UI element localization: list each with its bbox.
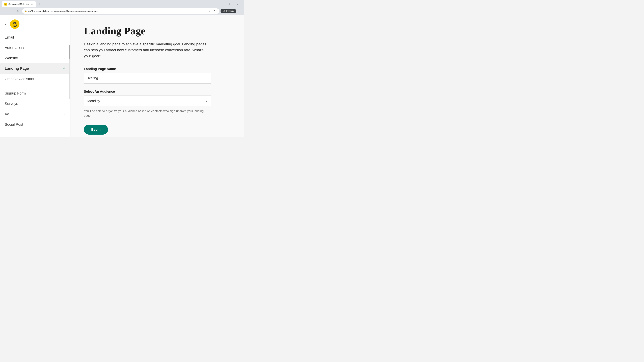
svg-point-8 — [14, 23, 14, 24]
sidebar-header: ‹ — [0, 17, 70, 32]
sidebar-item-social-post-label: Social Post — [5, 122, 23, 127]
tab-title: Campaigns | Mailchimp — [8, 3, 29, 5]
sidebar-scrollbar-thumb — [69, 45, 70, 59]
tab-close-button[interactable]: ✕ — [31, 3, 33, 5]
audience-label: Select An Audience — [84, 90, 211, 93]
audience-select[interactable]: Moodjoy — [84, 95, 211, 106]
incognito-label: Incognito — [226, 10, 234, 12]
active-tab[interactable]: M Campaigns | Mailchimp ✕ — [2, 1, 36, 7]
sidebar-back-button[interactable]: ‹ — [3, 22, 8, 26]
page-description: Design a landing page to achieve a speci… — [84, 41, 211, 59]
svg-point-10 — [14, 22, 16, 23]
sidebar-item-landing-page-label: Landing Page — [5, 66, 29, 71]
split-screen-icon[interactable]: ⊡ — [212, 9, 217, 13]
svg-text:M: M — [5, 3, 6, 5]
chevron-down-icon-ad: ⌄ — [63, 112, 66, 116]
chevron-down-icon-website: ⌄ — [63, 56, 66, 60]
incognito-icon — [222, 9, 225, 13]
address-bar[interactable]: 🔒 us21.admin.mailchimp.com/campaigns/#/c… — [22, 8, 219, 14]
audience-select-wrapper: Moodjoy ⌄ — [84, 95, 211, 106]
audience-hint: You'll be able to organize your audience… — [84, 109, 211, 118]
sidebar-item-creative-assistant[interactable]: Creative Assistant — [0, 74, 70, 84]
sidebar-item-website[interactable]: Website ⌄ — [0, 53, 70, 63]
sidebar-item-surveys[interactable]: Surveys — [0, 98, 70, 109]
sidebar-item-surveys-label: Surveys — [5, 102, 18, 106]
address-text: us21.admin.mailchimp.com/campaigns/#/cre… — [28, 10, 206, 12]
nav-separator — [0, 84, 70, 88]
chevron-down-icon: ⌄ — [63, 35, 66, 39]
tab-favicon: M — [4, 3, 7, 5]
svg-point-9 — [16, 23, 16, 24]
new-tab-button[interactable]: + — [37, 2, 42, 6]
name-label: Landing Page Name — [84, 67, 211, 71]
page-title: Landing Page — [84, 25, 231, 36]
minimize-button[interactable]: ─ — [217, 1, 225, 7]
sidebar-item-signup-form-label: Signup Form — [5, 91, 26, 95]
form-section: Landing Page Name Select An Audience Moo… — [84, 67, 211, 135]
browser-chrome: M Campaigns | Mailchimp ✕ + ─ ⧉ ✕ ← → ↻ … — [0, 0, 244, 15]
forward-button[interactable]: → — [9, 8, 14, 14]
chevron-down-icon-signup: ⌄ — [63, 91, 66, 95]
back-button[interactable]: ← — [2, 8, 8, 14]
main-content: Landing Page Design a landing page to ac… — [70, 15, 244, 137]
sidebar-item-ad[interactable]: Ad ⌄ — [0, 109, 70, 119]
begin-button[interactable]: Begin — [84, 125, 108, 135]
app-container: ‹ Email ⌄ Auto — [0, 15, 244, 137]
sidebar-item-website-label: Website — [5, 56, 18, 60]
bookmark-icon[interactable]: ☆ — [207, 9, 212, 13]
browser-menu-button[interactable]: ⋮ — [238, 9, 242, 13]
sidebar-item-social-post[interactable]: Social Post — [0, 119, 70, 130]
sidebar-item-landing-page[interactable]: Landing Page ✓ — [0, 63, 70, 74]
incognito-badge[interactable]: Incognito — [220, 9, 236, 13]
sidebar-item-signup-form[interactable]: Signup Form ⌄ — [0, 88, 70, 98]
sidebar-item-automations[interactable]: Automations — [0, 42, 70, 53]
reload-button[interactable]: ↻ — [16, 8, 21, 14]
mailchimp-logo — [10, 19, 20, 29]
sidebar-item-ad-label: Ad — [5, 112, 9, 116]
sidebar-scrollbar[interactable] — [69, 45, 70, 99]
tab-bar: M Campaigns | Mailchimp ✕ + ─ ⧉ ✕ — [0, 0, 244, 7]
check-icon: ✓ — [63, 66, 66, 70]
lock-icon: 🔒 — [24, 10, 27, 12]
sidebar: ‹ Email ⌄ Auto — [0, 15, 70, 137]
landing-page-name-input[interactable] — [84, 73, 211, 84]
sidebar-item-email-label: Email — [5, 35, 14, 39]
restore-button[interactable]: ⧉ — [226, 1, 233, 7]
sidebar-item-creative-assistant-label: Creative Assistant — [5, 77, 34, 81]
address-bar-actions: ☆ ⊡ — [207, 9, 217, 13]
close-button[interactable]: ✕ — [234, 1, 241, 7]
address-bar-row: ← → ↻ 🔒 us21.admin.mailchimp.com/campaig… — [0, 7, 244, 15]
sidebar-item-automations-label: Automations — [5, 45, 25, 50]
window-controls: ─ ⧉ ✕ — [217, 1, 242, 7]
sidebar-item-email[interactable]: Email ⌄ — [0, 32, 70, 42]
